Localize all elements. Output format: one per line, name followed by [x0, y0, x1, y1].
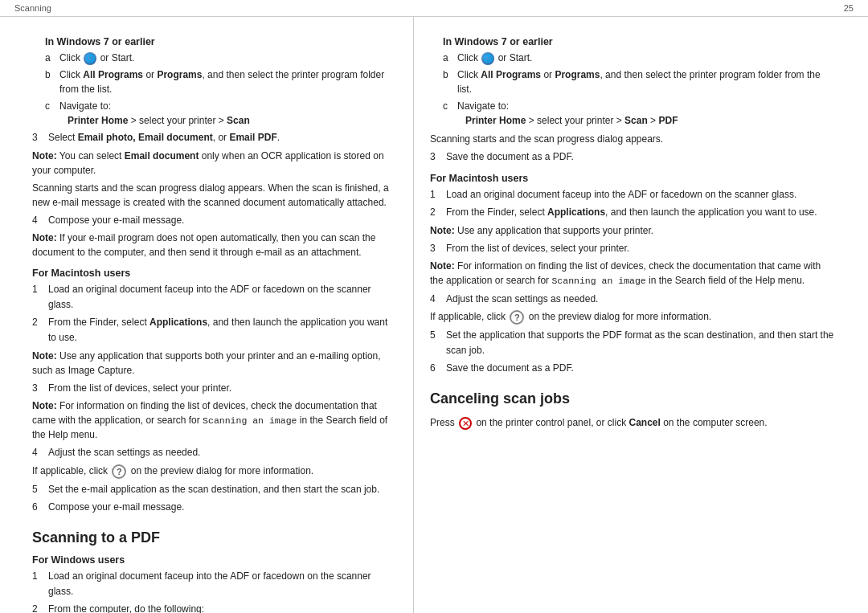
mac-steps-list-3: 4 Adjust the scan settings as needed. — [32, 445, 397, 460]
alpha-a: a Click 🌐 or Start. — [45, 51, 397, 66]
alpha-a-click: Click — [59, 52, 80, 63]
right-step3-num: 3 — [430, 149, 443, 165]
alpha-b-right: b Click All Programs or Programs, and th… — [443, 67, 836, 97]
page: Scanning 25 In Windows 7 or earlier a Cl… — [0, 0, 868, 613]
alpha-a-label-right: a — [443, 51, 454, 66]
scanning-pdf-heading: Scanning to a PDF — [32, 529, 397, 546]
mac-steps-right: 1 Load an original document faceup into … — [430, 187, 836, 220]
mac2-content: From the Finder, select Applications, an… — [48, 315, 397, 345]
alpha-b-label: b — [45, 67, 56, 83]
win1-num: 1 — [32, 569, 45, 584]
mac1-content-right: Load an original document faceup into th… — [446, 187, 836, 202]
globe-icon-right: 🌐 — [481, 52, 494, 65]
mac-note-2: Note: For information on finding the lis… — [32, 398, 397, 442]
mac-steps-list-2: 3 From the list of devices, select your … — [32, 381, 397, 396]
mac1-num: 1 — [32, 282, 45, 297]
question-icon-left: ? — [112, 464, 126, 479]
mac4-content: Adjust the scan settings as needed. — [48, 445, 397, 460]
alpha-list-windows7: a Click 🌐 or Start. b Click All Programs… — [45, 51, 397, 129]
mac4-content-right: Adjust the scan settings as needed. — [446, 292, 836, 307]
alpha-a-or-start: or Start. — [100, 52, 135, 63]
windows-path: Printer Home > select your printer > Sca… — [68, 115, 250, 126]
mac-note2-code: Scanning an image — [203, 415, 297, 426]
globe-icon: 🌐 — [84, 52, 96, 65]
win-pdf-step-2: 2 From the computer, do the following: I… — [32, 602, 397, 613]
left-column: In Windows 7 or earlier a Click 🌐 or Sta… — [0, 17, 414, 613]
page-label: Scanning — [14, 3, 51, 13]
mac-steps-list-4: 5 Set the e-mail application as the scan… — [32, 482, 397, 515]
step3-num: 3 — [32, 130, 45, 145]
top-bar: Scanning 25 — [0, 0, 868, 17]
alpha-c: c Navigate to: Printer Home > select you… — [45, 99, 397, 129]
mac-step-1: 1 Load an original document faceup into … — [32, 282, 397, 312]
mac-step-2: 2 From the Finder, select Applications, … — [32, 315, 397, 345]
mac-step-3-right: 3 From the list of devices, select your … — [430, 241, 836, 256]
mac-steps-right-3: 4 Adjust the scan settings as needed. — [430, 292, 836, 307]
alpha-a-label: a — [45, 51, 56, 66]
cancel-icon: ✕ — [459, 417, 472, 430]
right-column: In Windows 7 or earlier a Click 🌐 or Sta… — [414, 17, 868, 613]
content-area: In Windows 7 or earlier a Click 🌐 or Sta… — [0, 17, 868, 613]
right-step3-content: Save the document as a PDF. — [446, 149, 836, 165]
mac1-content: Load an original document faceup into th… — [48, 282, 397, 312]
alpha-c-content: Navigate to: Printer Home > select your … — [59, 99, 397, 129]
step4-content: Compose your e-mail message. — [48, 213, 397, 228]
question-icon-right: ? — [510, 310, 524, 325]
mac5-num-right: 5 — [430, 328, 443, 343]
note-1: Note: You can select Email document only… — [32, 149, 397, 178]
mac-step-6: 6 Compose your e-mail message. — [32, 500, 397, 515]
win-users-heading: For Windows users — [32, 554, 397, 566]
mac5-content: Set the e-mail application as the scan d… — [48, 482, 397, 497]
canceling-section: Canceling scan jobs Press ✕ on the print… — [430, 390, 836, 431]
win-pdf-steps: 1 Load an original document faceup into … — [32, 569, 397, 613]
windows7-heading: In Windows 7 or earlier — [45, 36, 397, 47]
main-steps-list: 3 Select Email photo, Email document, or… — [32, 130, 397, 145]
mac2-num-right: 2 — [430, 205, 443, 220]
mac-note2-code-right: Scanning an image — [551, 276, 645, 286]
mac-steps-right-2: 3 From the list of devices, select your … — [430, 241, 836, 256]
mac-steps-right-4: 5 Set the application that supports the … — [430, 328, 836, 376]
mac-step-6-right: 6 Save the document as a PDF. — [430, 361, 836, 376]
step3-content: Select Email photo, Email document, or E… — [48, 130, 397, 145]
mac5-content-right: Set the application that supports the PD… — [446, 328, 836, 358]
cancel-paragraph: Press ✕ on the printer control panel, or… — [430, 415, 836, 431]
mac-users-heading: For Macintosh users — [32, 268, 397, 279]
windows7-section: In Windows 7 or earlier a Click 🌐 or Sta… — [45, 36, 397, 129]
mac-note-1: Note: Use any application that supports … — [32, 349, 397, 378]
alpha-list-windows7-right: a Click 🌐 or Start. b Click All Programs… — [443, 51, 836, 129]
page-number: 25 — [844, 3, 854, 13]
canceling-heading: Canceling scan jobs — [430, 390, 836, 407]
alpha-b-label-right: b — [443, 67, 454, 83]
windows7-section-right: In Windows 7 or earlier a Click 🌐 or Sta… — [443, 36, 836, 129]
alpha-b: b Click All Programs or Programs, and th… — [45, 67, 397, 97]
right-step3-list: 3 Save the document as a PDF. — [430, 149, 836, 165]
mac-click-note: If applicable, click ? on the preview di… — [32, 464, 397, 479]
mac6-num-right: 6 — [430, 361, 443, 376]
mac-step-3: 3 From the list of devices, select your … — [32, 381, 397, 396]
alpha-a-right: a Click 🌐 or Start. — [443, 51, 836, 66]
note-scan-starts: Scanning starts and the scan progress di… — [32, 181, 397, 210]
mac6-content-right: Save the document as a PDF. — [446, 361, 836, 376]
mac3-num: 3 — [32, 381, 45, 396]
mac3-num-right: 3 — [430, 241, 443, 256]
mac2-content-right: From the Finder, select Applications, an… — [446, 205, 836, 220]
mac-step-4-right: 4 Adjust the scan settings as needed. — [430, 292, 836, 307]
windows-path-right: Printer Home > select your printer > Sca… — [465, 115, 678, 126]
alpha-a-content-right: Click 🌐 or Start. — [457, 51, 836, 66]
mac-steps-list: 1 Load an original document faceup into … — [32, 282, 397, 345]
mac-step-1-right: 1 Load an original document faceup into … — [430, 187, 836, 202]
mac-note-2-right: Note: For information on finding the lis… — [430, 259, 836, 288]
alpha-a-content: Click 🌐 or Start. — [59, 51, 397, 66]
win2-content: From the computer, do the following: In … — [48, 602, 397, 613]
mac-step-4: 4 Adjust the scan settings as needed. — [32, 445, 397, 460]
right-step-3: 3 Save the document as a PDF. — [430, 149, 836, 165]
mac5-num: 5 — [32, 482, 45, 497]
alpha-b-content: Click All Programs or Programs, and then… — [59, 67, 397, 97]
mac4-num: 4 — [32, 445, 45, 460]
note-3: Note: If your e-mail program does not op… — [32, 231, 397, 260]
win-pdf-step-1: 1 Load an original document faceup into … — [32, 569, 397, 599]
step4-list: 4 Compose your e-mail message. — [32, 213, 397, 228]
step-3: 3 Select Email photo, Email document, or… — [32, 130, 397, 145]
mac6-num: 6 — [32, 500, 45, 515]
alpha-c-right: c Navigate to: Printer Home > select you… — [443, 99, 836, 129]
